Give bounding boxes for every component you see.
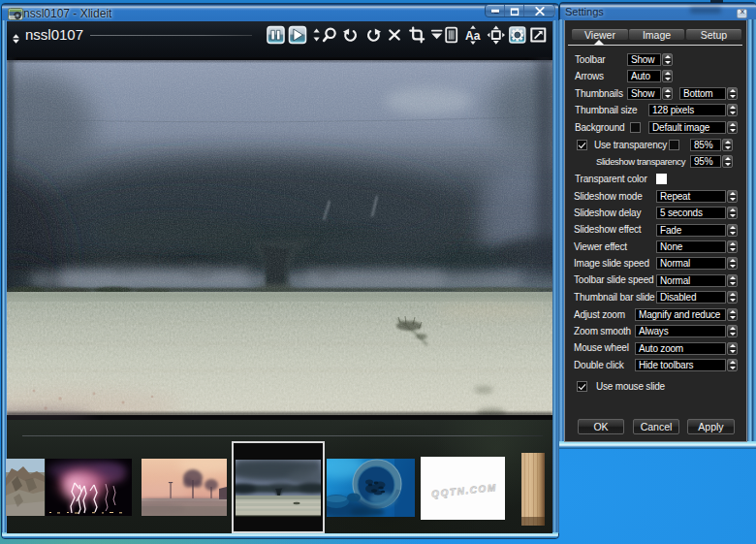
svg-text:Aa: Aa xyxy=(465,29,481,43)
